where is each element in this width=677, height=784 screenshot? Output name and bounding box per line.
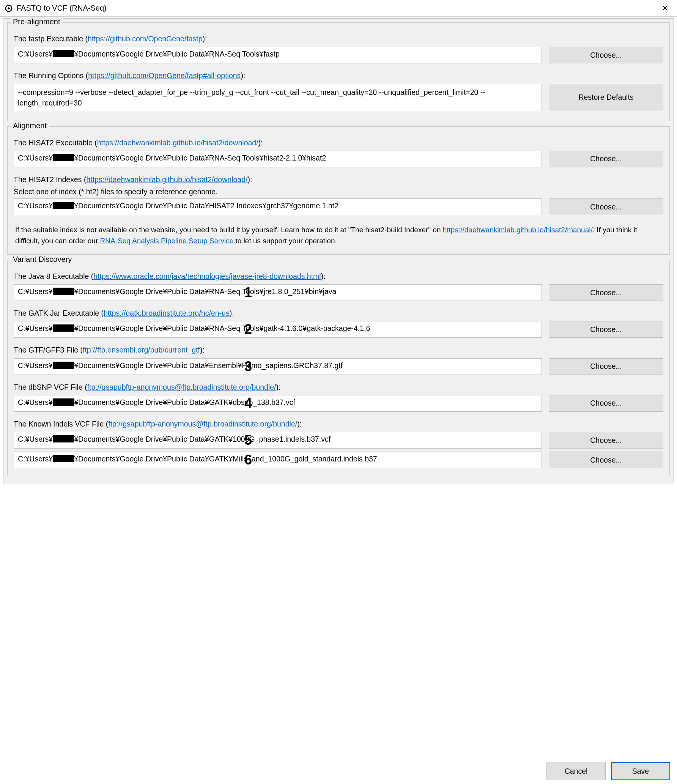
titlebar: FASTQ to VCF (RNA-Seq) ✕ [0, 0, 677, 17]
save-button[interactable]: Save [611, 762, 670, 780]
gatk-label: The GATK Jar Executable (https://gatk.br… [14, 308, 663, 319]
alignment-note: If the suitable index is not available o… [14, 222, 663, 247]
window-title: FASTQ to VCF (RNA-Seq) [17, 4, 657, 13]
fastp-opts-link[interactable]: https://github.com/OpenGene/fastp#all-op… [88, 71, 241, 80]
setup-service-link[interactable]: RNA-Seq Analysis Pipeline Setup Service [100, 237, 234, 245]
indels-label: The Known Indels VCF File (ftp://gsapubf… [14, 419, 663, 430]
indels-choose-button-2[interactable]: Choose... [549, 452, 663, 468]
fastp-exec-link[interactable]: https://github.com/OpenGene/fastp [88, 35, 202, 43]
java8-link[interactable]: https://www.oracle.com/java/technologies… [93, 272, 321, 280]
java8-input[interactable]: C:¥Users¥¥Documents¥Google Drive¥Public … [14, 284, 542, 301]
indels-input-2[interactable]: C:¥Users¥¥Documents¥Google Drive¥Public … [14, 452, 542, 468]
hisat2-idx-link[interactable]: https://daehwankimlab.github.io/hisat2/d… [86, 175, 247, 184]
hisat2-exec-choose-button[interactable]: Choose... [549, 151, 663, 167]
legend-variant-discovery: Variant Discovery [11, 255, 74, 264]
hisat2-exec-label: The HISAT2 Executable (https://daehwanki… [14, 137, 663, 148]
dialog-footer: Cancel Save [546, 762, 670, 780]
gatk-choose-button[interactable]: Choose... [549, 321, 663, 338]
java8-choose-button[interactable]: Choose... [549, 284, 663, 301]
legend-pre-alignment: Pre-alignment [11, 17, 63, 26]
gtf-link[interactable]: ftp://ftp.ensembl.org/pub/current_gtf [83, 346, 200, 354]
fastp-exec-label: The fastp Executable (https://github.com… [14, 33, 663, 44]
gatk-link[interactable]: https://gatk.broadinstitute.org/hc/en-us [104, 309, 230, 317]
gtf-label: The GTF/GFF3 File (ftp://ftp.ensembl.org… [14, 345, 663, 356]
fastp-opts-label: The Running Options (https://github.com/… [14, 70, 663, 81]
svg-point-1 [8, 7, 10, 9]
hisat2-exec-link[interactable]: https://daehwankimlab.github.io/hisat2/d… [97, 139, 258, 147]
fastp-opts-input[interactable] [14, 84, 542, 111]
app-icon [5, 4, 13, 13]
group-variant-discovery: Variant Discovery The Java 8 Executable … [7, 260, 670, 476]
group-pre-alignment: Pre-alignment The fastp Executable (http… [7, 22, 670, 121]
dbsnp-choose-button[interactable]: Choose... [549, 395, 663, 412]
gatk-input[interactable]: C:¥Users¥¥Documents¥Google Drive¥Public … [14, 321, 542, 338]
cancel-button[interactable]: Cancel [546, 762, 606, 780]
indels-choose-button-1[interactable]: Choose... [549, 432, 663, 449]
dbsnp-label: The dbSNP VCF File (ftp://gsapubftp-anon… [14, 382, 663, 393]
hisat2-manual-link[interactable]: https://daehwankimlab.github.io/hisat2/m… [443, 226, 593, 234]
legend-alignment: Alignment [11, 121, 49, 130]
java8-label: The Java 8 Executable (https://www.oracl… [14, 271, 663, 282]
gtf-choose-button[interactable]: Choose... [549, 358, 663, 375]
hisat2-idx-sublabel: Select one of index (*.ht2) files to spe… [14, 187, 663, 196]
hisat2-idx-input[interactable]: C:¥Users¥¥Documents¥Google Drive¥Public … [14, 198, 542, 215]
dbsnp-link[interactable]: ftp://gsapubftp-anonymous@ftp.broadinsti… [87, 383, 276, 391]
group-alignment: Alignment The HISAT2 Executable (https:/… [7, 126, 670, 255]
gtf-input[interactable]: C:¥Users¥¥Documents¥Google Drive¥Public … [14, 358, 542, 375]
restore-defaults-button[interactable]: Restore Defaults [549, 84, 663, 111]
fastp-exec-input[interactable]: C:¥Users¥¥Documents¥Google Drive¥Public … [14, 47, 542, 63]
indels-link[interactable]: ftp://gsapubftp-anonymous@ftp.broadinsti… [108, 420, 297, 428]
hisat2-idx-choose-button[interactable]: Choose... [549, 198, 663, 215]
hisat2-idx-label: The HISAT2 Indexes (https://daehwankimla… [14, 174, 663, 185]
fastp-exec-choose-button[interactable]: Choose... [549, 47, 663, 63]
close-icon[interactable]: ✕ [657, 3, 672, 13]
hisat2-exec-input[interactable]: C:¥Users¥¥Documents¥Google Drive¥Public … [14, 151, 542, 167]
dbsnp-input[interactable]: C:¥Users¥¥Documents¥Google Drive¥Public … [14, 395, 542, 412]
indels-input-1[interactable]: C:¥Users¥¥Documents¥Google Drive¥Public … [14, 432, 542, 449]
